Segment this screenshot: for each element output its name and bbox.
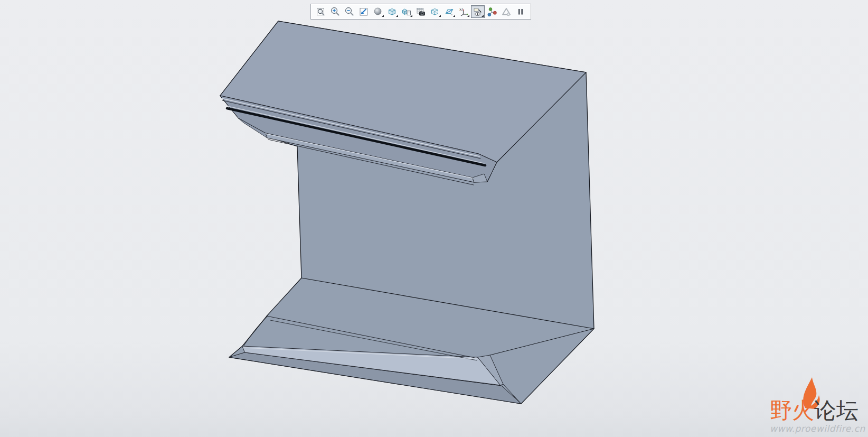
magnifier-plus-icon (330, 6, 341, 17)
saved-views-button[interactable] (385, 5, 399, 18)
box-diagonal-arrow-icon (358, 6, 369, 17)
annotation-display-button[interactable] (471, 5, 485, 18)
zoom-out-button[interactable] (343, 5, 356, 18)
watermark: 野火论坛 www.proewildfire.cn (770, 398, 865, 434)
watermark-title: 野火论坛 (770, 398, 865, 423)
flyout-caret (439, 15, 441, 17)
colored-spheres-icon (487, 6, 497, 17)
model-part[interactable] (220, 21, 594, 404)
svg-text:x/: x/ (459, 7, 463, 12)
cad-application-window: { "toolbar": { "tools": [ {"id": "zoom-r… (0, 0, 868, 437)
view-manager-button[interactable] (400, 5, 413, 18)
shading-style-button[interactable] (371, 5, 385, 18)
graphics-area[interactable] (0, 0, 868, 437)
pause-button[interactable] (514, 5, 527, 18)
flyout-caret (382, 15, 384, 17)
table-camera-icon (416, 6, 426, 17)
watermark-url: www.proewildfire.cn (770, 423, 865, 434)
magnifier-minus-icon (344, 6, 355, 17)
flyout-caret (396, 15, 398, 17)
watermark-brand-dark: 论坛 (814, 397, 858, 423)
flyout-caret (482, 15, 484, 17)
image-capture-button[interactable] (414, 5, 428, 18)
datum-axes-display-button[interactable]: x/ (457, 5, 470, 18)
dragger-button[interactable] (499, 5, 513, 18)
display-style-button[interactable] (428, 5, 442, 18)
zoom-in-button[interactable] (328, 5, 342, 18)
refit-button[interactable] (357, 5, 371, 18)
view-toolbar: x/ (310, 4, 531, 20)
spin-center-button[interactable] (485, 5, 499, 18)
watermark-brand-orange: 野火 (770, 397, 814, 423)
triangle-circle-icon (501, 6, 512, 17)
magnifier-box-icon (316, 6, 326, 17)
zoom-region-button[interactable] (314, 5, 328, 18)
datum-plane-display-button[interactable] (442, 5, 456, 18)
flyout-caret (410, 15, 412, 17)
pause-bars-icon (515, 6, 526, 17)
flyout-caret (467, 15, 469, 17)
flyout-caret (453, 15, 455, 17)
